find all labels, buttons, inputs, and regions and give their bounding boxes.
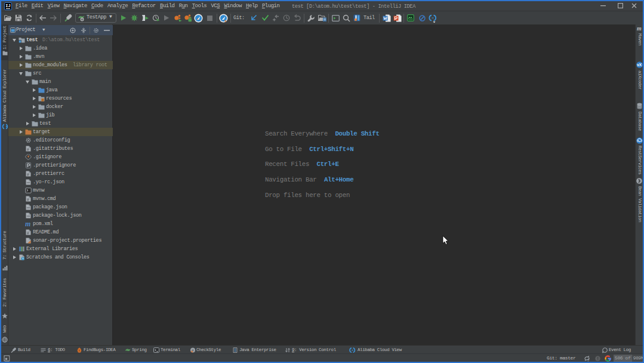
svg-text:vX: vX — [637, 63, 642, 67]
svg-text:?: ? — [587, 358, 590, 362]
